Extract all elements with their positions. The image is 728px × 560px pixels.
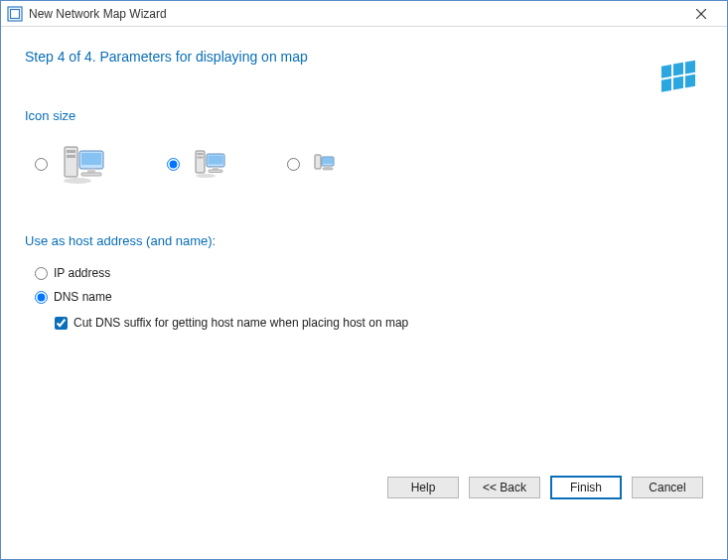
host-address-label: Use as host address (and name): [25,233,703,248]
window-title: New Network Map Wizard [29,7,681,21]
svg-rect-22 [209,156,223,165]
titlebar: New Network Map Wizard [1,1,727,27]
ip-address-radio[interactable] [35,267,48,280]
dns-name-radio[interactable] [35,291,48,304]
wizard-footer: Help << Back Finish Cancel [1,470,727,515]
wizard-content: Step 4 of 4. Parameters for displaying o… [1,27,727,515]
svg-rect-4 [661,65,671,78]
cancel-button[interactable]: Cancel [632,477,703,498]
app-icon [7,6,23,22]
ip-address-label: IP address [54,266,110,280]
computer-large-icon [62,141,107,188]
help-button[interactable]: Help [387,477,459,498]
icon-size-large[interactable] [35,141,107,188]
icon-size-group [35,141,703,188]
back-button[interactable]: << Back [469,477,540,498]
svg-point-17 [64,178,91,184]
svg-rect-12 [67,155,75,158]
svg-rect-16 [81,173,101,176]
svg-rect-15 [87,169,95,173]
svg-rect-28 [323,158,333,164]
svg-rect-19 [198,153,204,155]
dns-name-option[interactable]: DNS name [35,290,703,304]
icon-size-small-radio[interactable] [287,158,300,171]
svg-rect-11 [67,150,75,153]
host-address-group: IP address DNS name Cut DNS suffix for g… [35,266,703,330]
icon-size-label: Icon size [25,108,703,123]
svg-rect-7 [661,78,671,92]
svg-rect-6 [685,61,695,74]
finish-button[interactable]: Finish [550,476,622,499]
svg-rect-30 [323,168,333,170]
svg-rect-8 [673,76,683,90]
ip-address-option[interactable]: IP address [35,266,703,280]
step-heading: Step 4 of 4. Parameters for displaying o… [25,49,703,65]
dns-name-label: DNS name [54,290,112,304]
svg-rect-9 [685,74,695,88]
map-decor-icon [659,57,703,100]
computer-medium-icon [194,147,227,182]
svg-rect-26 [315,155,321,169]
cut-dns-suffix-option[interactable]: Cut DNS suffix for getting host name whe… [55,316,703,330]
cut-dns-suffix-label: Cut DNS suffix for getting host name whe… [73,316,408,330]
svg-point-25 [196,174,216,178]
computer-small-icon [314,153,336,176]
icon-size-medium[interactable] [167,147,227,182]
close-button[interactable] [681,2,721,26]
svg-rect-5 [673,63,683,76]
icon-size-small[interactable] [287,153,336,176]
svg-rect-14 [81,153,101,165]
icon-size-large-radio[interactable] [35,158,48,171]
svg-rect-24 [209,170,222,173]
cut-dns-suffix-checkbox[interactable] [55,317,68,330]
icon-size-medium-radio[interactable] [167,158,180,171]
svg-rect-20 [198,157,204,159]
